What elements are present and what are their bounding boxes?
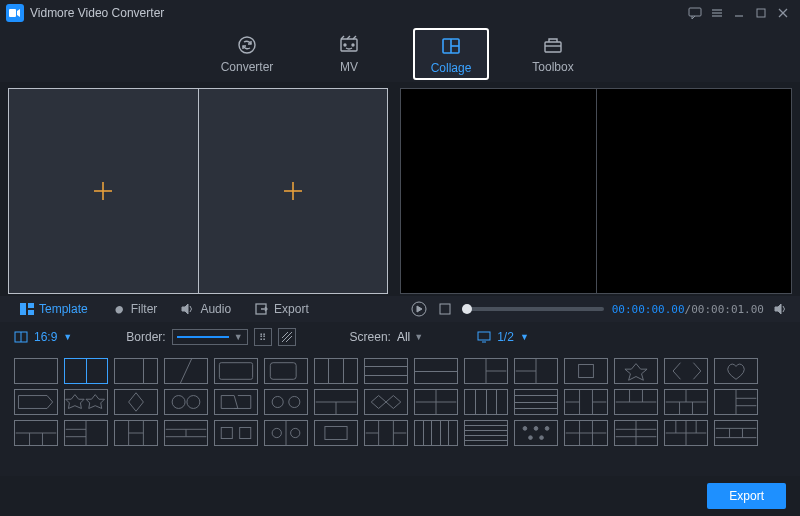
template-item[interactable]: [364, 358, 408, 384]
template-item[interactable]: [64, 420, 108, 446]
template-item[interactable]: [114, 389, 158, 415]
svg-point-48: [272, 396, 283, 407]
nav-mv[interactable]: MV: [312, 34, 386, 74]
svg-point-47: [187, 396, 200, 409]
time-current: 00:00:00.00: [612, 303, 685, 316]
pager[interactable]: 1/2 ▼: [477, 330, 529, 344]
template-item[interactable]: [514, 389, 558, 415]
template-item[interactable]: [264, 358, 308, 384]
menu-icon[interactable]: [706, 2, 728, 24]
template-item[interactable]: [564, 389, 608, 415]
stop-button[interactable]: [436, 300, 454, 318]
template-item[interactable]: [614, 389, 658, 415]
template-item[interactable]: [64, 358, 108, 384]
template-item[interactable]: [364, 420, 408, 446]
monitor-icon: [477, 331, 491, 343]
svg-rect-6: [757, 9, 765, 17]
tab-audio[interactable]: Audio: [171, 296, 241, 322]
template-item[interactable]: [614, 420, 658, 446]
svg-rect-27: [440, 304, 450, 314]
aspect-ratio-select[interactable]: 16:9 ▼: [14, 330, 72, 344]
close-button[interactable]: [772, 2, 794, 24]
template-item[interactable]: [214, 420, 258, 446]
template-item[interactable]: [664, 420, 708, 446]
template-item[interactable]: [664, 389, 708, 415]
feedback-icon[interactable]: [684, 2, 706, 24]
template-item[interactable]: [164, 358, 208, 384]
chevron-down-icon: ▼: [63, 332, 72, 342]
seek-bar[interactable]: [462, 307, 604, 311]
aspect-ratio-value: 16:9: [34, 330, 57, 344]
template-item[interactable]: [364, 389, 408, 415]
template-item[interactable]: [464, 358, 508, 384]
border-preview: [177, 336, 229, 338]
template-item[interactable]: [214, 389, 258, 415]
add-icon: [91, 179, 115, 203]
template-item[interactable]: [14, 389, 58, 415]
template-item[interactable]: [564, 420, 608, 446]
nav-collage[interactable]: Collage: [414, 29, 488, 79]
template-item[interactable]: [414, 358, 458, 384]
nav-toolbox[interactable]: Toolbox: [516, 34, 590, 74]
svg-rect-36: [270, 363, 296, 380]
volume-button[interactable]: [772, 300, 790, 318]
template-item[interactable]: [314, 389, 358, 415]
svg-point-82: [272, 428, 281, 437]
template-item[interactable]: [164, 420, 208, 446]
template-item[interactable]: [464, 389, 508, 415]
time-display: 00:00:00.00/00:00:01.00: [612, 303, 764, 316]
template-item[interactable]: [264, 420, 308, 446]
template-item[interactable]: [414, 420, 458, 446]
border-grid-button[interactable]: ⠿: [254, 328, 272, 346]
template-item[interactable]: [414, 389, 458, 415]
collage-slot-1[interactable]: [9, 89, 198, 293]
svg-rect-33: [478, 332, 490, 340]
collage-slot-2[interactable]: [198, 89, 388, 293]
svg-marker-44: [86, 395, 104, 409]
svg-point-91: [534, 427, 538, 431]
template-item[interactable]: [664, 358, 708, 384]
tab-filter[interactable]: Filter: [102, 296, 168, 322]
tab-template[interactable]: Template: [10, 296, 98, 322]
maximize-button[interactable]: [750, 2, 772, 24]
mv-icon: [338, 34, 360, 56]
nav-converter[interactable]: Converter: [210, 34, 284, 74]
template-item[interactable]: [214, 358, 258, 384]
chevron-down-icon: ▼: [234, 332, 243, 342]
minimize-button[interactable]: [728, 2, 750, 24]
border-pattern-button[interactable]: [278, 328, 296, 346]
template-item[interactable]: [314, 420, 358, 446]
template-item[interactable]: [464, 420, 508, 446]
seek-knob[interactable]: [462, 304, 472, 314]
template-item[interactable]: [514, 420, 558, 446]
toolbox-icon: [542, 34, 564, 56]
template-item[interactable]: [314, 358, 358, 384]
chevron-down-icon: ▼: [414, 332, 423, 342]
play-button[interactable]: [410, 300, 428, 318]
template-item[interactable]: [64, 389, 108, 415]
border-label: Border:: [126, 330, 165, 344]
template-item[interactable]: [264, 389, 308, 415]
svg-rect-81: [240, 427, 251, 438]
template-item[interactable]: [114, 358, 158, 384]
tab-export[interactable]: Export: [245, 296, 319, 322]
template-item[interactable]: [114, 420, 158, 446]
svg-point-12: [352, 44, 354, 46]
template-item[interactable]: [14, 358, 58, 384]
svg-point-46: [172, 396, 185, 409]
export-button[interactable]: Export: [707, 483, 786, 509]
template-item[interactable]: [564, 358, 608, 384]
template-item[interactable]: [714, 420, 758, 446]
template-item[interactable]: [714, 358, 758, 384]
template-item[interactable]: [164, 389, 208, 415]
svg-point-94: [540, 436, 544, 440]
svg-rect-0: [9, 9, 16, 17]
template-item[interactable]: [614, 358, 658, 384]
template-item[interactable]: [514, 358, 558, 384]
template-item[interactable]: [14, 420, 58, 446]
screen-value: All: [397, 330, 410, 344]
screen-select[interactable]: All ▼: [397, 330, 423, 344]
border-style-select[interactable]: ▼: [172, 329, 248, 345]
svg-rect-22: [20, 303, 26, 315]
template-item[interactable]: [714, 389, 758, 415]
